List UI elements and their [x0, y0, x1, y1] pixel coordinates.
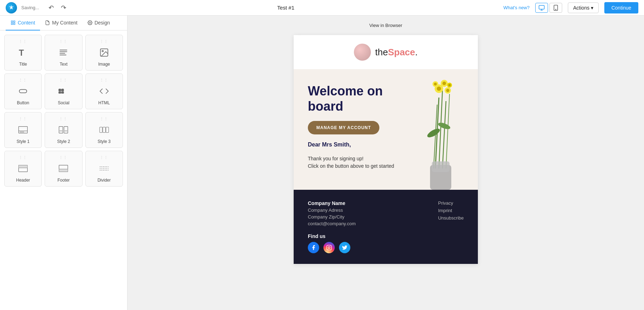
sidebar-item-style3-label: Style 3: [97, 139, 111, 144]
svg-point-45: [437, 87, 441, 91]
sidebar-item-style2-label: Style 2: [57, 139, 70, 144]
footer-top: Company Name Company Adress Company Zip/…: [308, 200, 464, 226]
sidebar-item-html-label: HTML: [98, 100, 110, 105]
style1-icon: [15, 123, 32, 136]
sidebar-item-divider[interactable]: ⋮⋮ Divider: [85, 151, 123, 187]
social-icons-icon: [55, 85, 72, 98]
logo-prefix: the: [375, 47, 388, 57]
footer-privacy-link[interactable]: Privacy: [438, 200, 464, 206]
grid-icon: [11, 20, 16, 25]
sidebar-item-footer-label: Footer: [57, 178, 70, 183]
sidebar-item-footer[interactable]: ⋮⋮ Footer: [45, 151, 82, 187]
tab-content-label: Content: [18, 20, 35, 26]
desktop-icon: [538, 5, 545, 11]
svg-rect-3: [11, 21, 13, 22]
email-logo-section: theSpace.: [294, 35, 478, 69]
divider-icon: [96, 162, 113, 175]
mobile-icon: [553, 5, 559, 11]
tab-my-content[interactable]: My Content: [40, 16, 83, 31]
footer-address: Company Adress: [308, 207, 356, 213]
drag-handle: ⋮⋮: [59, 117, 68, 121]
twitter-icon[interactable]: [339, 242, 350, 253]
sidebar-item-style2[interactable]: ⋮⋮ Style 2: [45, 112, 82, 148]
drag-handle: ⋮⋮: [59, 39, 68, 43]
whats-new-link[interactable]: What's new?: [503, 5, 530, 10]
drag-handle: ⋮⋮: [19, 78, 27, 82]
mobile-view-button[interactable]: [549, 3, 562, 13]
svg-rect-55: [432, 161, 450, 172]
footer-email: contact@company.com: [308, 221, 356, 226]
sidebar-item-header[interactable]: ⋮⋮ Header: [4, 151, 42, 187]
footer-links: Privacy Imprint Unsubscribe: [438, 200, 464, 226]
svg-rect-24: [64, 127, 68, 133]
gear-icon: [87, 20, 92, 25]
actions-label: Actions: [573, 5, 589, 11]
footer-zip-city: Company Zip/City: [308, 214, 356, 220]
drag-handle: ⋮⋮: [59, 78, 68, 82]
topbar-right: What's new? Actions ▾ Continue: [503, 2, 638, 13]
svg-rect-29: [106, 127, 109, 132]
flower-image: [407, 69, 478, 190]
tab-content[interactable]: Content: [6, 16, 40, 31]
svg-line-40: [446, 94, 450, 168]
svg-rect-33: [59, 169, 68, 172]
sidebar: Content My Content Design ⋮⋮ T: [0, 16, 128, 310]
sidebar-item-text[interactable]: ⋮⋮ Text: [45, 35, 82, 71]
svg-rect-28: [103, 127, 106, 132]
header-icon: [15, 162, 32, 175]
sidebar-item-image[interactable]: ⋮⋮ Image: [85, 35, 123, 71]
view-in-browser-link[interactable]: View in Browser: [369, 23, 402, 28]
drag-handle: ⋮⋮: [19, 39, 27, 43]
content-grid: ⋮⋮ T Title ⋮⋮ Text ⋮⋮: [0, 31, 127, 191]
desktop-view-button[interactable]: [535, 3, 548, 13]
sidebar-item-title[interactable]: ⋮⋮ T Title: [4, 35, 42, 71]
sidebar-item-style1-label: Style 1: [17, 139, 30, 144]
svg-rect-19: [62, 92, 64, 94]
canvas-area: View in Browser theSpace. Welcome on boa…: [128, 16, 644, 310]
email-preview: theSpace. Welcome on board MANAGE MY ACC…: [294, 35, 478, 264]
continue-button[interactable]: Continue: [604, 2, 638, 13]
body-line2: Click on the button above to get started: [308, 162, 396, 170]
svg-point-57: [328, 247, 330, 248]
svg-rect-16: [59, 89, 61, 91]
drag-handle: ⋮⋮: [100, 78, 108, 82]
footer-unsubscribe-link[interactable]: Unsubscribe: [438, 215, 464, 221]
sidebar-item-social[interactable]: ⋮⋮ Social: [45, 73, 82, 109]
svg-point-49: [446, 89, 450, 92]
flower-svg: [409, 69, 476, 190]
svg-rect-31: [19, 165, 28, 168]
manage-account-button[interactable]: MANAGE MY ACCOUNT: [308, 121, 379, 134]
redo-button[interactable]: ↷: [59, 2, 68, 13]
svg-point-42: [426, 127, 441, 139]
sidebar-item-button[interactable]: ⋮⋮ Button: [4, 73, 42, 109]
email-body: Welcome on board MANAGE MY ACCOUNT Dear …: [294, 69, 478, 190]
footer-imprint-link[interactable]: Imprint: [438, 208, 464, 213]
drag-handle: ⋮⋮: [19, 117, 27, 121]
drag-handle: ⋮⋮: [100, 155, 108, 159]
svg-line-39: [442, 101, 446, 168]
svg-rect-23: [59, 127, 63, 133]
svg-point-14: [102, 50, 103, 52]
device-switcher: [535, 3, 562, 13]
tab-my-content-label: My Content: [52, 20, 78, 26]
saving-status: Saving...: [21, 5, 39, 10]
sidebar-item-style1[interactable]: ⋮⋮ Style 1: [4, 112, 42, 148]
sidebar-item-html[interactable]: ⋮⋮ HTML: [85, 73, 123, 109]
sidebar-item-style3[interactable]: ⋮⋮ Style 3: [85, 112, 123, 148]
tab-design[interactable]: Design: [83, 16, 115, 31]
sidebar-item-title-label: Title: [19, 62, 27, 67]
main-layout: Content My Content Design ⋮⋮ T: [0, 16, 644, 310]
logo-text: theSpace.: [375, 47, 418, 58]
welcome-heading: Welcome on board: [308, 83, 396, 114]
sidebar-item-image-label: Image: [98, 62, 110, 67]
style3-icon: [96, 123, 113, 136]
facebook-icon[interactable]: [308, 242, 319, 253]
svg-point-7: [89, 22, 91, 23]
image-icon: [96, 46, 113, 59]
dear-text: Dear Mrs Smith,: [308, 142, 396, 148]
instagram-icon[interactable]: [323, 242, 335, 253]
html-icon: [96, 85, 113, 98]
sidebar-item-button-label: Button: [17, 100, 29, 105]
actions-button[interactable]: Actions ▾: [568, 2, 599, 13]
undo-button[interactable]: ↶: [46, 2, 56, 13]
